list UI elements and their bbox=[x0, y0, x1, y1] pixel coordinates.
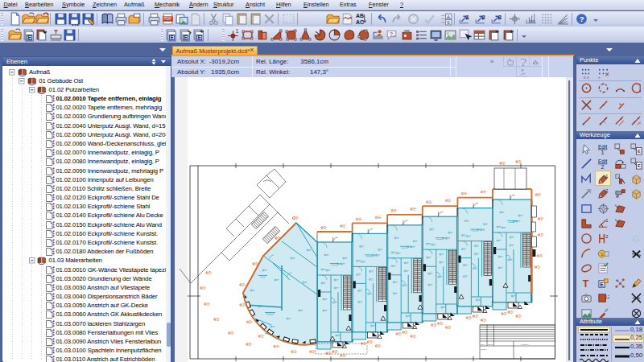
svg-text:PDF: PDF bbox=[163, 17, 171, 21]
svg-text:1,2,3: 1,2,3 bbox=[605, 295, 609, 299]
svg-text:loo: loo bbox=[529, 19, 535, 23]
svg-text:E: E bbox=[638, 163, 641, 168]
svg-text:Vorhaben: Vorhaben bbox=[521, 343, 529, 345]
svg-text:E: E bbox=[600, 282, 604, 287]
svg-text:A: A bbox=[447, 14, 450, 19]
svg-text:Index: Index bbox=[481, 343, 485, 345]
svg-text:Datum: Datum bbox=[488, 343, 493, 345]
svg-text:Struktur: Struktur bbox=[481, 348, 487, 350]
svg-text:T: T bbox=[583, 278, 589, 290]
svg-text:Edit: Edit bbox=[598, 158, 607, 164]
svg-text:x,y: x,y bbox=[584, 75, 589, 79]
svg-text:2: 2 bbox=[605, 188, 608, 193]
svg-text:E: E bbox=[170, 35, 173, 40]
svg-text:E: E bbox=[27, 35, 31, 40]
svg-text:3: 3 bbox=[498, 14, 502, 21]
svg-text:2: 2 bbox=[601, 164, 605, 170]
svg-text:S: S bbox=[601, 252, 604, 257]
svg-text:E: E bbox=[184, 35, 187, 40]
svg-text:AB: AB bbox=[356, 13, 364, 19]
svg-text:1: 1 bbox=[601, 150, 605, 155]
svg-text:?: ? bbox=[580, 14, 584, 23]
svg-text:Edit: Edit bbox=[598, 144, 607, 150]
svg-text:1: 1 bbox=[466, 14, 469, 21]
svg-text:G: G bbox=[633, 234, 640, 244]
svg-text:?..: ?.. bbox=[390, 31, 395, 37]
svg-text:AC: AC bbox=[356, 19, 364, 25]
svg-text:E: E bbox=[197, 35, 200, 40]
svg-text:1: 1 bbox=[605, 218, 608, 223]
svg-text:1: 1 bbox=[236, 28, 239, 34]
svg-text:S: S bbox=[447, 20, 450, 25]
svg-text:+: + bbox=[598, 76, 601, 79]
svg-text:2: 2 bbox=[605, 234, 608, 239]
svg-text:2: 2 bbox=[482, 14, 485, 21]
svg-text:E: E bbox=[638, 149, 641, 154]
svg-text:1: 1 bbox=[605, 174, 608, 179]
